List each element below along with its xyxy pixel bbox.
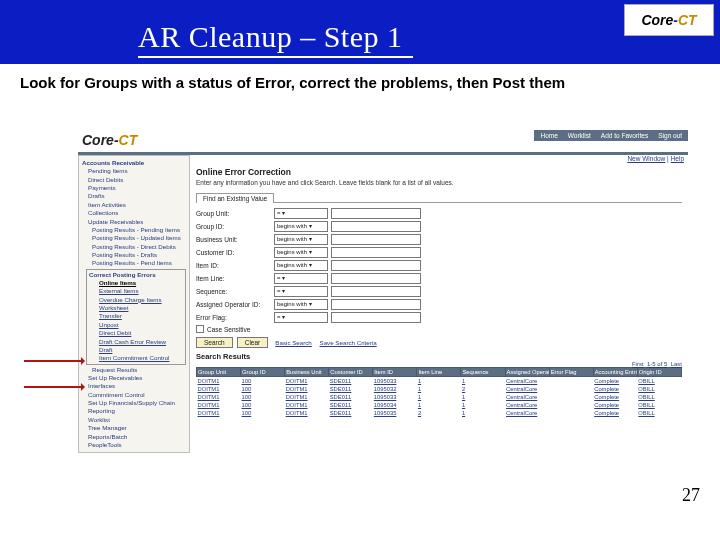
app-screenshot: Core-CT Home Worklist Add to Favorites S…: [78, 130, 688, 453]
sidebar-item[interactable]: Posting Results - Direct Debits: [82, 243, 186, 251]
field-label: Group Unit:: [196, 210, 274, 217]
pointer-arrow-icon: [24, 360, 84, 362]
basic-search-link[interactable]: Basic Search: [275, 339, 311, 346]
sidebar-item[interactable]: Update Receivables: [82, 218, 186, 226]
clear-button[interactable]: Clear: [237, 337, 269, 348]
table-row[interactable]: DOITM1100DOITM1SDE011109503411CentralCor…: [197, 401, 682, 409]
sidebar-item[interactable]: Set Up Receivables: [82, 374, 186, 382]
col-header[interactable]: Sequence: [461, 368, 505, 377]
sidebar-item[interactable]: Posting Results - Pend Items: [82, 259, 186, 267]
operator-select[interactable]: = ▾: [274, 208, 328, 219]
col-header[interactable]: Group ID: [241, 368, 285, 377]
col-header[interactable]: Error Flag: [549, 368, 593, 377]
sidebar-item[interactable]: Posting Results - Pending Items: [82, 226, 186, 234]
operator-select[interactable]: begins with ▾: [274, 260, 328, 271]
field-label: Assigned Operator ID:: [196, 301, 274, 308]
sidebar-item-online-items[interactable]: Online Items: [89, 279, 183, 287]
field-label: Group ID:: [196, 223, 274, 230]
operator-select[interactable]: = ▾: [274, 273, 328, 284]
operator-select[interactable]: = ▾: [274, 312, 328, 323]
sidebar-item[interactable]: Direct Debit: [89, 329, 183, 337]
search-input[interactable]: [331, 247, 421, 258]
tab-find-existing[interactable]: Find an Existing Value: [196, 193, 274, 203]
sidebar-item[interactable]: External Items: [89, 287, 183, 295]
operator-select[interactable]: = ▾: [274, 286, 328, 297]
sidebar-item[interactable]: Worklist: [82, 416, 186, 424]
table-row[interactable]: DOITM1100DOITM1SDE011109503311CentralCor…: [197, 393, 682, 401]
section-subtitle: Enter any information you have and click…: [196, 179, 682, 186]
top-nav: Home Worklist Add to Favorites Sign out: [534, 130, 688, 141]
sidebar-submenu: Correct Posting Errors Online Items Exte…: [86, 269, 186, 365]
col-header[interactable]: Item ID: [373, 368, 417, 377]
col-header[interactable]: Assigned Operator: [505, 368, 549, 377]
sidebar-item[interactable]: Unpost: [89, 321, 183, 329]
app-logo: Core-CT: [78, 130, 145, 152]
sidebar-item[interactable]: Commitment Control: [82, 391, 186, 399]
results-nav: First 1-5 of 5 Last: [632, 361, 682, 367]
nav-first[interactable]: First: [632, 361, 644, 367]
search-input[interactable]: [331, 260, 421, 271]
sidebar-item[interactable]: Transfer: [89, 312, 183, 320]
sidebar-item[interactable]: Reporting: [82, 407, 186, 415]
operator-select[interactable]: begins with ▾: [274, 234, 328, 245]
operator-select[interactable]: begins with ▾: [274, 299, 328, 310]
slide-title: AR Cleanup – Step 1: [138, 20, 413, 58]
sidebar-item[interactable]: Item Commitment Control: [89, 354, 183, 362]
sidebar-item[interactable]: Payments: [82, 184, 186, 192]
search-button[interactable]: Search: [196, 337, 233, 348]
col-header[interactable]: Customer ID: [329, 368, 373, 377]
col-header[interactable]: Accounting Entries: [593, 368, 637, 377]
operator-select[interactable]: begins with ▾: [274, 247, 328, 258]
col-header[interactable]: Group Unit: [197, 368, 241, 377]
search-input[interactable]: [331, 312, 421, 323]
sidebar-item[interactable]: Item Activities: [82, 201, 186, 209]
save-criteria-link[interactable]: Save Search Criteria: [320, 339, 377, 346]
search-input[interactable]: [331, 234, 421, 245]
search-input[interactable]: [331, 286, 421, 297]
sidebar-item-worksheet[interactable]: Worksheet: [89, 304, 183, 312]
case-sensitive-label: Case Sensitive: [207, 326, 250, 333]
sidebar-item[interactable]: Posting Results - Updated Items: [82, 234, 186, 242]
new-window-link[interactable]: New Window: [627, 155, 665, 162]
operator-select[interactable]: begins with ▾: [274, 221, 328, 232]
sidebar-item[interactable]: Pending Items: [82, 167, 186, 175]
sidebar-item[interactable]: Set Up Financials/Supply Chain: [82, 399, 186, 407]
sidebar-item[interactable]: PeopleTools: [82, 441, 186, 449]
nav-favorites[interactable]: Add to Favorites: [601, 132, 648, 139]
col-header[interactable]: Item Line: [417, 368, 461, 377]
nav-worklist[interactable]: Worklist: [568, 132, 591, 139]
help-link[interactable]: Help: [671, 155, 684, 162]
main-panel: New Window | Help Online Error Correctio…: [190, 155, 688, 419]
table-row[interactable]: DOITM1100DOITM1SDE011109503311CentralCor…: [197, 377, 682, 386]
search-input[interactable]: [331, 208, 421, 219]
sidebar-item[interactable]: Reports/Batch: [82, 433, 186, 441]
search-input[interactable]: [331, 299, 421, 310]
sidebar-item[interactable]: Overdue Charge Items: [89, 296, 183, 304]
page-number: 27: [682, 485, 700, 506]
col-header[interactable]: Business Unit: [285, 368, 329, 377]
table-row[interactable]: DOITM1100DOITM1SDE011109503212CentralCor…: [197, 385, 682, 393]
sidebar-item[interactable]: Posting Results - Drafts: [82, 251, 186, 259]
search-results-title: Search Results: [196, 352, 682, 361]
sidebar-item[interactable]: Drafts: [82, 192, 186, 200]
table-row[interactable]: DOITM1100DOITM1SDE011109503521CentralCor…: [197, 409, 682, 417]
sidebar-item[interactable]: Collections: [82, 209, 186, 217]
col-header[interactable]: Origin ID: [637, 368, 681, 377]
sidebar-item[interactable]: Draft Cash Error Review: [89, 338, 183, 346]
search-input[interactable]: [331, 221, 421, 232]
sidebar-item[interactable]: Request Results: [82, 366, 186, 374]
field-label: Item ID:: [196, 262, 274, 269]
banner: Core-CT AR Cleanup – Step 1: [0, 0, 720, 64]
case-sensitive-checkbox[interactable]: [196, 325, 204, 333]
nav-last[interactable]: Last: [671, 361, 682, 367]
sidebar-item[interactable]: Tree Manager: [82, 424, 186, 432]
sidebar-item[interactable]: Interfaces: [82, 382, 186, 390]
sidebar-item[interactable]: Direct Debits: [82, 176, 186, 184]
nav-home[interactable]: Home: [540, 132, 557, 139]
nav-signout[interactable]: Sign out: [658, 132, 682, 139]
sidebar-item[interactable]: Draft: [89, 346, 183, 354]
instruction-text: Look for Groups with a status of Error, …: [0, 64, 720, 95]
sidebar-head: Accounts Receivable: [82, 159, 186, 167]
field-label: Sequence:: [196, 288, 274, 295]
search-input[interactable]: [331, 273, 421, 284]
